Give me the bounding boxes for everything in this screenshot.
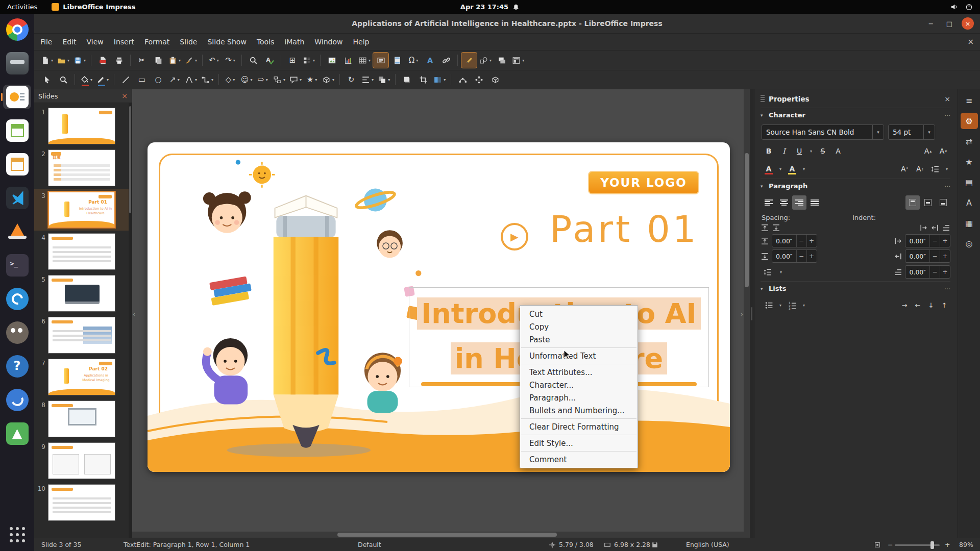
ordered-list-dropdown-icon[interactable]: ▾ — [800, 298, 807, 312]
indent-first-line-field-value[interactable]: 0.00″ — [905, 268, 929, 276]
3d-objects-button[interactable]: ▾ — [321, 72, 336, 87]
new-presentation-dropdown-icon[interactable]: ▾ — [51, 58, 53, 63]
slide-thumbnail-8[interactable]: 8 — [34, 398, 132, 440]
curves-and-polygons-button[interactable]: ▾ — [183, 72, 199, 87]
move-up-button[interactable]: ↑ — [938, 298, 950, 312]
master-slide-status[interactable]: Default — [358, 538, 381, 551]
font-size-combobox[interactable]: 54 pt ▾ — [888, 124, 935, 140]
font-name-combobox[interactable]: Source Han Sans CN Bold ▾ — [762, 124, 884, 140]
star-shapes-dropdown-icon[interactable]: ▾ — [315, 78, 317, 82]
indent-after-field-increase[interactable]: + — [940, 250, 950, 262]
export-as-pdf-button[interactable] — [95, 53, 110, 68]
rectangle-button[interactable]: ▭ — [134, 72, 150, 87]
promote-button[interactable]: ← — [912, 298, 924, 312]
clock[interactable]: Apr 23 17:45 — [460, 3, 508, 11]
paste-button[interactable]: ▾ — [167, 53, 182, 68]
italic-button[interactable]: I — [777, 144, 791, 158]
first-line-indent-icon[interactable] — [942, 223, 950, 232]
sidebar-tab-sidebar-menu[interactable]: ≡ — [961, 92, 978, 109]
close-document-icon[interactable]: × — [967, 37, 974, 46]
superscript-button[interactable]: A² — [897, 162, 912, 176]
fit-slide-button[interactable] — [874, 538, 881, 551]
insert-table-dropdown-icon[interactable]: ▾ — [369, 58, 371, 63]
line-spacing-button[interactable] — [761, 265, 775, 279]
slides-scrollbar[interactable] — [129, 103, 132, 538]
menu-edit[interactable]: Edit — [57, 34, 81, 50]
sidebar-tab-navigator[interactable]: ◎ — [961, 235, 978, 252]
indent-before-field-increase[interactable]: + — [940, 235, 950, 247]
zoom-in-button[interactable]: + — [945, 538, 950, 551]
context-item-comment[interactable]: Comment — [520, 453, 638, 466]
line-color-button[interactable]: ▾ — [95, 72, 110, 87]
indent-after-field-decrease[interactable]: − — [929, 250, 940, 262]
slide-thumbnail-5[interactable]: 5 — [34, 272, 132, 314]
align-objects-dropdown-icon[interactable]: ▾ — [372, 78, 374, 82]
context-item-bullets-and-numbering[interactable]: Bullets and Numbering... — [520, 404, 638, 417]
menu-help[interactable]: Help — [348, 34, 375, 50]
activities-button[interactable]: Activities — [7, 3, 37, 11]
decrease-indent-icon[interactable] — [930, 223, 939, 232]
block-arrows-dropdown-icon[interactable]: ▾ — [266, 78, 268, 82]
demote-button[interactable]: → — [898, 298, 911, 312]
menu-insert[interactable]: Insert — [109, 34, 139, 50]
slide-thumbnail-3[interactable]: 3Part 01Introduction to AI in Healthcare — [34, 189, 132, 231]
underline-button[interactable]: U — [792, 144, 806, 158]
arrange-button[interactable]: ▾ — [376, 72, 391, 87]
save-dropdown-icon[interactable]: ▾ — [84, 58, 86, 63]
power-icon[interactable] — [965, 3, 973, 11]
zoom-and-pan-button[interactable] — [56, 72, 71, 87]
rotate-button[interactable]: ↻ — [344, 72, 359, 87]
dock-libreoffice-start-button[interactable] — [0, 152, 34, 177]
horizontal-scrollbar[interactable] — [132, 532, 744, 538]
clone-formatting-dropdown-icon[interactable]: ▾ — [195, 58, 197, 63]
sidebar-tab-master-slides[interactable]: ▤ — [961, 174, 978, 190]
dock-vlc-button[interactable] — [0, 219, 34, 244]
sidebar-tab-properties[interactable]: ⚙ — [961, 113, 978, 129]
copy-button[interactable] — [151, 53, 166, 68]
display-views-button[interactable]: ▾ — [301, 53, 316, 68]
slide-thumbnail-10[interactable]: 10 — [34, 482, 132, 523]
3d-objects-dropdown-icon[interactable]: ▾ — [332, 78, 334, 82]
volume-icon[interactable] — [950, 3, 958, 11]
language-status[interactable]: English (USA) — [686, 538, 729, 551]
dock-terminal-button[interactable] — [0, 253, 34, 278]
zoom-out-button[interactable]: − — [888, 538, 893, 551]
font-size-dropdown-icon[interactable]: ▾ — [923, 125, 935, 139]
dock-messenger-button[interactable] — [0, 287, 34, 311]
undo-dropdown-icon[interactable]: ▾ — [217, 58, 219, 63]
unordered-list-button[interactable] — [762, 298, 776, 312]
font-color-button[interactable]: A — [762, 162, 776, 176]
decrease-paragraph-spacing-icon[interactable] — [772, 223, 780, 232]
context-item-clear-direct-formatting[interactable]: Clear Direct Formatting — [520, 420, 638, 433]
show-draw-functions-button[interactable] — [461, 53, 477, 68]
slide-thumbnail-6[interactable]: 6 — [34, 314, 132, 356]
print-button[interactable] — [111, 53, 127, 68]
image-filter-button[interactable]: ▾ — [432, 72, 447, 87]
maximize-button[interactable]: □ — [943, 17, 955, 30]
show-applications-button[interactable] — [0, 522, 34, 547]
align-bottom-button[interactable] — [936, 195, 950, 210]
font-size-value[interactable]: 54 pt — [889, 128, 923, 136]
sidebar-tab-styles[interactable]: A — [961, 194, 978, 211]
part-label-text[interactable]: Part 01 — [550, 208, 699, 251]
dock-chrome-button[interactable] — [0, 17, 34, 42]
dock-help-button[interactable] — [0, 354, 34, 379]
slide-layout-dropdown-icon[interactable]: ▾ — [522, 58, 524, 63]
insert-hyperlink-button[interactable] — [438, 53, 454, 68]
move-down-button[interactable]: ↓ — [925, 298, 937, 312]
context-item-cut[interactable]: Cut — [520, 308, 638, 320]
highlighting-dropdown-icon[interactable]: ▾ — [800, 162, 807, 176]
context-item-edit-style[interactable]: Edit Style... — [520, 437, 638, 449]
font-name-value[interactable]: Source Han Sans CN Bold — [762, 128, 872, 136]
character-collapse-icon[interactable]: ▾ — [761, 113, 769, 118]
flowchart-shapes-button[interactable]: ▾ — [272, 72, 287, 87]
menu-view[interactable]: View — [82, 34, 109, 50]
fill-color-dropdown-icon[interactable]: ▾ — [90, 78, 92, 82]
toggle-shadow-button[interactable]: A — [831, 144, 845, 158]
context-item-unformatted-text[interactable]: Unformatted Text — [520, 349, 638, 362]
select-button[interactable] — [39, 72, 55, 87]
slide-layout-button[interactable]: ▾ — [510, 53, 526, 68]
context-item-paste[interactable]: Paste — [520, 333, 638, 346]
slide-editing-surface[interactable]: YOUR LOGO ▶ Part 01 Introduction to AI i… — [148, 142, 730, 472]
spacing-above-field-value[interactable]: 0.00″ — [772, 237, 796, 245]
